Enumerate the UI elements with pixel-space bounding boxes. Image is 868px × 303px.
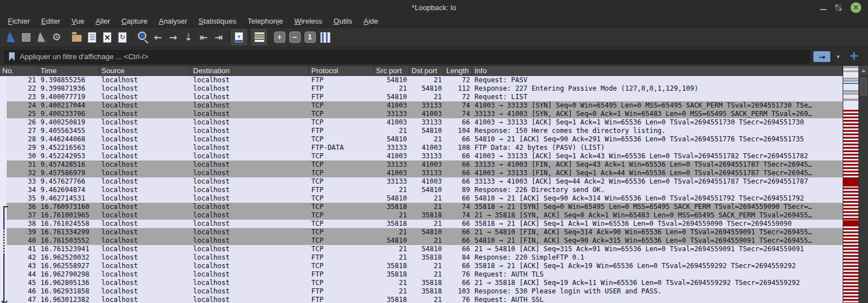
cell-destination: localhost (191, 76, 309, 84)
column-header-info[interactable]: Info (472, 66, 843, 76)
column-header-protocol[interactable]: Protocol (309, 66, 374, 76)
packet-row-25[interactable]: 259.400233706localhostlocalhostTCP331334… (0, 110, 843, 118)
packet-row-28[interactable]: 289.446244068localhostlocalhostTCP548102… (0, 135, 843, 144)
go-forward-button[interactable] (165, 29, 181, 45)
menu-analyser[interactable]: Analyser (153, 17, 193, 25)
vertical-scrollbar[interactable] (858, 66, 868, 303)
go-last-button[interactable] (211, 29, 226, 45)
packet-row-39[interactable]: 3916.761334299localhostlocalhostTCP21548… (0, 228, 843, 237)
column-header-source[interactable]: Source (99, 66, 191, 76)
auto-scroll-button[interactable] (231, 29, 247, 45)
cell-source: localhost (99, 220, 191, 228)
packet-row-31[interactable]: 319.457428516localhostlocalhostTCP331334… (0, 161, 843, 169)
menu-telephonie[interactable]: Telephonie (242, 17, 289, 25)
add-filter-button[interactable]: + (849, 50, 859, 62)
packet-row-36[interactable]: 3616.760973160localhostlocalhostTCP35818… (0, 203, 843, 211)
capture-options-button[interactable] (49, 29, 64, 45)
column-header-time[interactable]: Time (38, 66, 99, 76)
zoom-out-button[interactable] (287, 29, 302, 45)
packet-minimap[interactable] (843, 66, 858, 303)
cell-info: 21 → 54810 [ACK] Seq=315 Ack=91 Win=6553… (472, 245, 843, 253)
apply-filter-button[interactable]: → (813, 51, 830, 62)
packet-row-29[interactable]: 299.452216563localhostlocalhostFTP-DATA3… (0, 144, 843, 152)
start-capture-button[interactable] (3, 29, 19, 45)
scroll-up-button[interactable] (859, 66, 868, 75)
go-to-packet-button[interactable] (181, 29, 196, 45)
cell-dst_port: 54810 (409, 228, 444, 237)
save-file-button[interactable] (84, 29, 100, 45)
packet-row-45[interactable]: 4516.962805136localhostlocalhostTCP21358… (0, 279, 843, 287)
zoom-in-button[interactable] (272, 29, 287, 45)
packet-row-43[interactable]: 4316.962558927localhostlocalhostTCP35818… (0, 262, 843, 270)
packet-row-46[interactable]: 4616.962931858localhostlocalhostFTP21358… (0, 287, 843, 296)
column-header-src_port[interactable]: Src port (374, 66, 409, 76)
menu-vue[interactable]: Vue (66, 17, 90, 25)
packet-row-38[interactable]: 3816.761024558localhostlocalhostTCP35818… (0, 220, 843, 228)
packet-row-27[interactable]: 279.405563455localhostlocalhostFTP215481… (0, 127, 843, 135)
cell-info: 41003 → 33133 [SYN] Seq=0 Win=65495 Len=… (472, 101, 843, 110)
menu-aide[interactable]: Aide (358, 17, 384, 25)
packet-row-22[interactable]: 229.399871936localhostlocalhostFTP215481… (0, 84, 843, 93)
restart-capture-button[interactable] (34, 29, 49, 45)
column-header-no[interactable]: No. (0, 66, 38, 76)
close-file-button[interactable] (100, 29, 115, 45)
reload-file-button[interactable] (115, 29, 130, 45)
packet-row-47[interactable]: 4716.963012382localhostlocalhostFTP35818… (0, 296, 843, 303)
bookmark-icon[interactable] (9, 52, 15, 61)
cell-no: 26 (7, 118, 38, 127)
cell-info: Response: 226 Directory send OK. (472, 186, 843, 194)
column-header-dst_port[interactable]: Dst port (409, 66, 444, 76)
column-header-length[interactable]: Length (444, 66, 472, 76)
cell-time: 9.457428516 (38, 161, 99, 169)
restore-button[interactable] (835, 5, 842, 11)
zoom-original-button[interactable] (302, 29, 317, 45)
menu-statistiques[interactable]: Statistiques (193, 17, 242, 25)
packet-row-32[interactable]: 329.457586979localhostlocalhostTCP410033… (0, 169, 843, 177)
packet-row-33[interactable]: 339.457627766localhostlocalhostTCP331334… (0, 177, 843, 186)
menu-outils[interactable]: Outils (328, 17, 358, 25)
cell-destination: localhost (191, 84, 309, 93)
cell-protocol: TCP (309, 169, 374, 177)
colorize-button[interactable] (252, 29, 267, 45)
open-file-button[interactable] (69, 29, 84, 45)
packet-row-41[interactable]: 4116.761523941localhostlocalhostTCP21548… (0, 245, 843, 253)
find-packet-button[interactable] (135, 29, 150, 45)
packet-row-30[interactable]: 309.452242953localhostlocalhostTCP410033… (0, 152, 843, 161)
cell-no: 22 (7, 84, 38, 93)
scrollbar-thumb[interactable] (860, 78, 867, 96)
cell-dst_port: 41003 (409, 144, 444, 152)
packet-row-34[interactable]: 349.462694874localhostlocalhostFTP215481… (0, 186, 843, 194)
packet-row-24[interactable]: 249.400217044localhostlocalhostTCP410033… (0, 101, 843, 110)
menu-capture[interactable]: Capture (116, 17, 153, 25)
minimize-button[interactable] (820, 9, 826, 10)
menu-editer[interactable]: Editer (35, 17, 66, 25)
filter-dropdown-caret-icon[interactable]: ▼ (834, 54, 842, 60)
cell-protocol: TCP (309, 237, 374, 245)
menu-aller[interactable]: Aller (90, 17, 116, 25)
display-filter-input[interactable]: Appliquer un filtre d'affichage ... <Ctr… (5, 50, 810, 64)
stop-capture-button[interactable] (19, 29, 34, 45)
cell-time: 9.400077719 (38, 93, 99, 101)
go-back-button[interactable] (150, 29, 165, 45)
cell-source: localhost (99, 93, 191, 101)
column-header-destination[interactable]: Destination (191, 66, 309, 76)
cell-time: 9.452216563 (38, 144, 99, 152)
cell-time: 9.400250819 (38, 118, 99, 127)
cell-src_port: 54810 (374, 93, 409, 101)
packet-row-26[interactable]: 269.400250819localhostlocalhostTCP410033… (0, 118, 843, 127)
cell-src_port: 35818 (374, 220, 409, 228)
packet-row-40[interactable]: 4016.761503552localhostlocalhostTCP54810… (0, 237, 843, 245)
packet-row-35[interactable]: 359.462714531localhostlocalhostTCP548102… (0, 194, 843, 203)
go-first-button[interactable] (196, 29, 211, 45)
close-button[interactable]: × (851, 2, 861, 13)
packet-row-21[interactable]: 219.398855256localhostlocalhostFTP548102… (0, 76, 843, 84)
packet-row-23[interactable]: 239.400077719localhostlocalhostFTP548102… (0, 93, 843, 101)
packet-row-42[interactable]: 4216.962520032localhostlocalhostFTP21358… (0, 253, 843, 262)
menu-wireless[interactable]: Wireless (289, 17, 328, 25)
related-packet-indicator (0, 262, 7, 270)
packet-row-37[interactable]: 3716.761001965localhostlocalhostTCP21358… (0, 211, 843, 220)
cell-source: localhost (99, 84, 191, 93)
resize-columns-button[interactable] (317, 29, 333, 45)
menu-fichier[interactable]: Fichier (2, 17, 35, 25)
packet-row-44[interactable]: 4416.962790298localhostlocalhostFTP35818… (0, 270, 843, 279)
